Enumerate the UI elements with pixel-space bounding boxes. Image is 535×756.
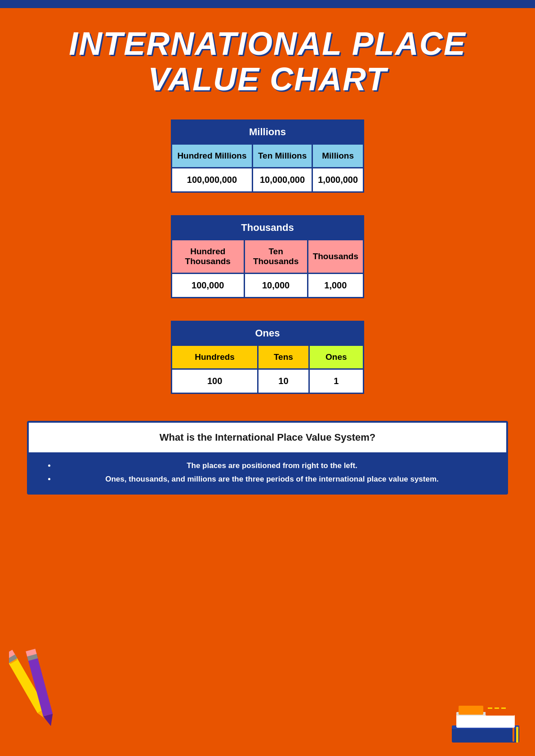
ten-thousands-value: 10,000 bbox=[244, 274, 308, 298]
pencil-decoration bbox=[9, 639, 58, 729]
svg-rect-18 bbox=[516, 727, 518, 743]
svg-rect-16 bbox=[501, 707, 506, 709]
info-box-list: The places are positioned from right to … bbox=[47, 461, 488, 484]
ten-millions-label: Ten Millions bbox=[252, 144, 312, 168]
info-bullet-1: The places are positioned from right to … bbox=[56, 461, 488, 470]
hundred-millions-value: 100,000,000 bbox=[172, 168, 253, 192]
ones-table: Ones Hundreds Tens Ones 100 10 1 bbox=[171, 321, 364, 394]
page-title: International Place Value Chart bbox=[27, 26, 508, 97]
hundred-millions-label: Hundred Millions bbox=[172, 144, 253, 168]
books-decoration bbox=[450, 689, 522, 747]
hundred-thousands-label: Hundred Thousands bbox=[172, 240, 245, 274]
tables-container: Millions Hundred Millions Ten Millions M… bbox=[0, 106, 535, 412]
svg-rect-19 bbox=[513, 728, 514, 742]
info-box-title: What is the International Place Value Sy… bbox=[29, 423, 506, 452]
svg-rect-9 bbox=[452, 727, 519, 743]
ones-header: Ones bbox=[172, 322, 364, 345]
svg-rect-15 bbox=[495, 707, 499, 709]
thousands-header: Thousands bbox=[172, 216, 364, 240]
info-bullet-2: Ones, thousands, and millions are the th… bbox=[56, 475, 488, 484]
top-bar bbox=[0, 0, 535, 8]
thousands-table: Thousands Hundred Thousands Ten Thousand… bbox=[171, 215, 364, 298]
hundred-thousands-value: 100,000 bbox=[172, 274, 245, 298]
ones-label: Ones bbox=[309, 345, 363, 369]
thousands-value: 1,000 bbox=[308, 274, 363, 298]
tens-value: 10 bbox=[258, 369, 309, 393]
info-box: What is the International Place Value Sy… bbox=[27, 421, 508, 495]
ten-thousands-label: Ten Thousands bbox=[244, 240, 308, 274]
thousands-label: Thousands bbox=[308, 240, 363, 274]
hundreds-value: 100 bbox=[172, 369, 258, 393]
ten-millions-value: 10,000,000 bbox=[252, 168, 312, 192]
svg-rect-14 bbox=[488, 707, 492, 709]
svg-rect-13 bbox=[486, 704, 515, 716]
millions-label: Millions bbox=[312, 144, 364, 168]
millions-value: 1,000,000 bbox=[312, 168, 364, 192]
millions-table: Millions Hundred Millions Ten Millions M… bbox=[171, 119, 364, 193]
millions-header: Millions bbox=[172, 120, 364, 144]
svg-rect-17 bbox=[459, 706, 483, 715]
ones-value: 1 bbox=[309, 369, 363, 393]
title-section: International Place Value Chart bbox=[0, 8, 535, 106]
tens-label: Tens bbox=[258, 345, 309, 369]
hundreds-label: Hundreds bbox=[172, 345, 258, 369]
info-box-content: The places are positioned from right to … bbox=[29, 452, 506, 493]
